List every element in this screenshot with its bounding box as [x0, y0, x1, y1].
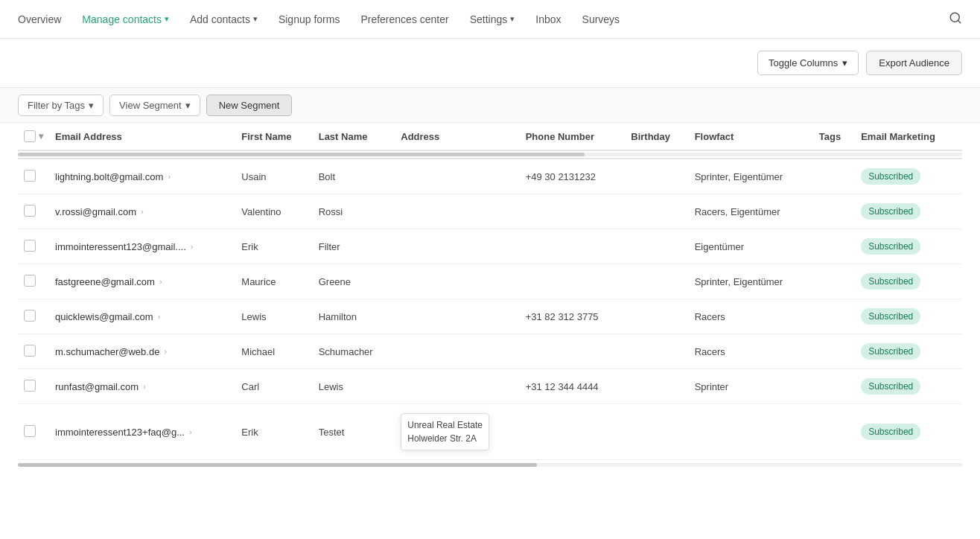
row-phone-cell: +31 82 312 3775 [520, 299, 626, 334]
row-checkbox[interactable] [24, 170, 36, 182]
row-firstname-cell: Erik [235, 229, 312, 264]
email-marketing-column-header[interactable]: Email Marketing [855, 123, 962, 150]
select-all-checkbox[interactable] [24, 130, 36, 142]
tags-column-header[interactable]: Tags [813, 123, 855, 150]
nav-surveys[interactable]: Surveys [582, 13, 620, 25]
export-audience-button[interactable]: Export Audience [866, 51, 962, 75]
row-expand-icon[interactable]: › [158, 312, 161, 321]
table-row[interactable]: quicklewis@gmail.com›LewisHamilton+31 82… [18, 299, 962, 334]
row-checkbox[interactable] [24, 275, 36, 287]
row-email-cell: quicklewis@gmail.com› [49, 299, 235, 334]
email-column-label: Email Address [55, 131, 122, 142]
row-checkbox-cell [18, 404, 49, 460]
row-address-cell [395, 194, 519, 229]
row-checkbox[interactable] [24, 380, 36, 392]
row-birthday-cell [625, 334, 688, 369]
row-address-cell: Unreal Real EstateHolweider Str. 2A [395, 404, 519, 460]
row-expand-icon[interactable]: › [143, 382, 146, 391]
filter-bar: Filter by Tags ▾ View Segment ▾ New Segm… [0, 87, 980, 123]
row-expand-icon[interactable]: › [141, 207, 144, 216]
row-tags-cell [813, 159, 855, 194]
row-lastname-cell: Bolt [313, 159, 395, 194]
scrollbar-row [18, 150, 962, 159]
firstname-column-header[interactable]: First Name [235, 123, 312, 150]
row-lastname-cell: Testet [313, 404, 395, 460]
new-segment-label: New Segment [219, 100, 280, 111]
nav-preferences-center-label: Preferences center [360, 13, 448, 25]
toggle-columns-button[interactable]: Toggle Columns ▾ [757, 51, 859, 75]
nav-surveys-label: Surveys [582, 13, 620, 25]
row-phone-cell [520, 194, 626, 229]
table-row[interactable]: immointeressent123+faq@g...›ErikTestetUn… [18, 404, 962, 460]
filter-by-tags-button[interactable]: Filter by Tags ▾ [18, 95, 104, 116]
row-checkbox-cell [18, 369, 49, 404]
row-flowfact-cell: Racers [689, 334, 813, 369]
row-address-cell [395, 334, 519, 369]
email-column-header[interactable]: Email Address [49, 123, 235, 150]
birthday-column-header[interactable]: Birthday [625, 123, 688, 150]
row-checkbox-cell [18, 229, 49, 264]
row-checkbox[interactable] [24, 345, 36, 357]
nav-manage-contacts[interactable]: Manage contacts ▾ [82, 13, 169, 25]
row-tags-cell [813, 194, 855, 229]
sort-arrow-icon[interactable]: ▾ [39, 131, 43, 141]
row-lastname-cell: Rossi [313, 194, 395, 229]
nav-signup-forms[interactable]: Signup forms [279, 13, 340, 25]
row-expand-icon[interactable]: › [164, 347, 167, 356]
row-expand-icon[interactable]: › [191, 242, 194, 251]
subscribed-badge: Subscribed [861, 308, 920, 325]
view-segment-button[interactable]: View Segment ▾ [109, 95, 200, 116]
row-email-cell: fastgreene@gmail.com› [49, 264, 235, 299]
chevron-down-icon: ▾ [185, 100, 191, 111]
table-row[interactable]: lightning.bolt@gmail.com›UsainBolt+49 30… [18, 159, 962, 194]
row-expand-icon[interactable]: › [159, 277, 162, 286]
row-checkbox[interactable] [24, 240, 36, 252]
table-row[interactable]: m.schumacher@web.de›MichaelSchumacherRac… [18, 334, 962, 369]
row-checkbox-cell [18, 264, 49, 299]
row-email-cell: immointeressent123@gmail....› [49, 229, 235, 264]
nav-overview[interactable]: Overview [18, 13, 61, 25]
table-row[interactable]: immointeressent123@gmail....›ErikFilterE… [18, 229, 962, 264]
horizontal-scrollbar[interactable] [0, 460, 980, 467]
table-row[interactable]: runfast@gmail.com›CarlLewis+31 12 344 44… [18, 369, 962, 404]
row-lastname-cell: Greene [313, 264, 395, 299]
row-checkbox-cell [18, 194, 49, 229]
row-checkbox[interactable] [24, 310, 36, 322]
email-value: quicklewis@gmail.com [55, 311, 153, 322]
row-checkbox[interactable] [24, 425, 36, 437]
email-marketing-column-label: Email Marketing [861, 131, 935, 142]
table-row[interactable]: v.rossi@gmail.com›ValentinoRossiRacers, … [18, 194, 962, 229]
nav-inbox[interactable]: Inbox [535, 13, 561, 25]
row-birthday-cell [625, 194, 688, 229]
row-email-cell: m.schumacher@web.de› [49, 334, 235, 369]
row-lastname-cell: Hamilton [313, 299, 395, 334]
phone-column-header[interactable]: Phone Number [520, 123, 626, 150]
nav-settings-label: Settings [470, 13, 508, 25]
row-email-marketing-cell: Subscribed [855, 194, 962, 229]
row-checkbox[interactable] [24, 205, 36, 217]
phone-column-label: Phone Number [526, 131, 594, 142]
chevron-down-icon: ▾ [253, 14, 258, 24]
row-checkbox-cell [18, 159, 49, 194]
row-address-cell [395, 264, 519, 299]
address-column-header[interactable]: Address [395, 123, 519, 150]
nav-inbox-label: Inbox [535, 13, 561, 25]
search-icon[interactable] [949, 11, 962, 27]
table-row[interactable]: fastgreene@gmail.com›MauriceGreeneSprint… [18, 264, 962, 299]
chevron-down-icon: ▾ [510, 14, 515, 24]
flowfact-column-header[interactable]: Flowfact [689, 123, 813, 150]
row-email-cell: lightning.bolt@gmail.com› [49, 159, 235, 194]
row-expand-icon[interactable]: › [189, 427, 192, 436]
lastname-column-header[interactable]: Last Name [313, 123, 395, 150]
contacts-table-body: lightning.bolt@gmail.com›UsainBolt+49 30… [18, 159, 962, 460]
nav-settings[interactable]: Settings ▾ [470, 13, 515, 25]
new-segment-button[interactable]: New Segment [206, 95, 293, 116]
row-expand-icon[interactable]: › [168, 172, 171, 181]
nav-preferences-center[interactable]: Preferences center [360, 13, 448, 25]
row-email-marketing-cell: Subscribed [855, 229, 962, 264]
email-value: fastgreene@gmail.com [55, 276, 155, 287]
row-email-cell: v.rossi@gmail.com› [49, 194, 235, 229]
scrollbar-track [18, 463, 962, 467]
row-email-marketing-cell: Subscribed [855, 404, 962, 460]
nav-add-contacts[interactable]: Add contacts ▾ [190, 13, 258, 25]
